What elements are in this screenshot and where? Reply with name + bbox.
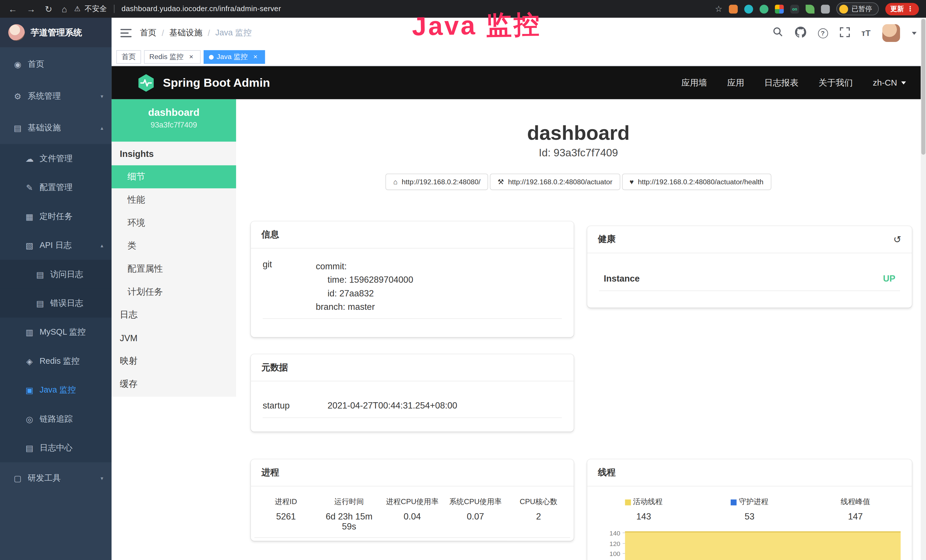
sidebar-menu-item[interactable]: ◈ Redis 监控 <box>0 347 112 375</box>
help-icon[interactable]: ? <box>818 28 828 38</box>
log-center-icon: ▤ <box>23 443 37 453</box>
sba-menu-item[interactable]: 配置属性 <box>112 257 236 280</box>
instance-link[interactable]: ⌂ http://192.168.0.2:48080/ <box>386 173 488 190</box>
chevron-icon: ▴ <box>101 242 103 248</box>
view-tab[interactable]: Redis 监控 × <box>144 50 201 64</box>
view-tab[interactable]: Java 监控 × <box>204 50 265 64</box>
instance-link[interactable]: ⚒ http://192.168.0.2:48080/actuator <box>490 173 620 190</box>
sba-menu-item[interactable]: 映射 <box>112 350 236 372</box>
app-logo[interactable]: 芋道管理系统 <box>0 18 112 47</box>
sba-menu-item[interactable]: 细节 <box>112 165 236 188</box>
sba-nav-link[interactable]: 日志报表 <box>764 77 799 88</box>
sba-menu-item[interactable]: JVM <box>112 326 236 350</box>
sidebar-menu-item[interactable]: ▤ 基础设施 ▴ <box>0 112 112 144</box>
bookmark-star-icon[interactable]: ☆ <box>715 4 722 14</box>
sidebar-menu-item[interactable]: ▧ API 日志 ▴ <box>0 231 112 260</box>
chevron-down-icon <box>901 81 906 84</box>
security-label[interactable]: 不安全 <box>85 4 107 14</box>
sidebar-menu-item[interactable]: ▤ 日志中心 <box>0 433 112 462</box>
home-icon[interactable]: ⌂ <box>62 5 67 14</box>
process-value: 6d 23h 15m 59s <box>318 511 380 531</box>
sba-menu-item[interactable]: 性能 <box>112 188 236 211</box>
instance-header[interactable]: dashboard 93a3fc7f7409 <box>112 99 236 142</box>
chevron-down-icon[interactable] <box>912 32 917 35</box>
metadata-value: 2021-04-27T00:44:31.254+08:00 <box>328 400 457 410</box>
sba-menu-item[interactable]: 环境 <box>112 211 236 235</box>
update-button[interactable]: 更新 ⋮ <box>885 3 919 15</box>
view-tab[interactable]: 首页 <box>117 50 141 64</box>
process-value: 2 <box>507 511 570 531</box>
extension-icon[interactable]: on <box>790 5 799 14</box>
java-monitor-icon: ▣ <box>23 385 37 395</box>
avatar[interactable] <box>882 24 900 42</box>
info-key: git <box>263 259 316 313</box>
sidebar-menu-item[interactable]: ▢ 研发工具 ▾ <box>0 462 112 494</box>
url-text[interactable]: dashboard.yudao.iocoder.cn/infra/admin-s… <box>121 5 281 13</box>
extension-icon[interactable] <box>760 5 768 14</box>
root-menu: 日志 JVM 映射 缓存 <box>112 304 236 396</box>
sba-nav-link[interactable]: 关于我们 <box>819 77 853 88</box>
sba-menu-item[interactable]: 计划任务 <box>112 280 236 304</box>
info-value-line: id: 27aa832 <box>316 286 562 300</box>
search-icon[interactable] <box>772 27 783 40</box>
sidebar-menu-item[interactable]: ◉ 首页 <box>0 48 112 80</box>
sba-menu-item[interactable]: 类 <box>112 235 236 257</box>
address-bar[interactable]: ⚠ 不安全 dashboard.yudao.iocoder.cn/infra/a… <box>74 4 281 14</box>
forward-icon[interactable]: → <box>27 5 35 14</box>
access-log-icon: ▤ <box>33 269 47 279</box>
dashboard-icon: ◉ <box>11 60 25 69</box>
scheduled-jobs-icon: ▦ <box>23 212 37 221</box>
close-icon[interactable]: × <box>251 53 260 61</box>
back-icon[interactable]: ← <box>8 5 17 14</box>
extension-icon[interactable] <box>744 5 753 14</box>
github-icon[interactable] <box>795 26 806 40</box>
error-log-icon: ▤ <box>33 298 47 308</box>
sba-brand[interactable]: Spring Boot Admin <box>112 73 270 92</box>
sidebar-menu-item[interactable]: ▣ Java 监控 <box>0 375 112 404</box>
metadata-key: startup <box>263 400 328 410</box>
detail-main: dashboard Id: 93a3fc7f7409 ⌂ http://192.… <box>236 99 921 560</box>
page-subtitle: Id: 93a3fc7f7409 <box>236 147 921 159</box>
y-tick-label: 100 <box>591 550 625 560</box>
breadcrumb-item[interactable]: Java 监控 <box>215 28 251 38</box>
breadcrumb: 首页 基础设施 Java 监控 <box>140 28 251 38</box>
font-size-icon[interactable]: тT <box>861 28 871 38</box>
y-tick-label: 120 <box>591 540 625 550</box>
app-title: 芋道管理系统 <box>31 27 82 38</box>
process-value: 0.04 <box>381 511 444 531</box>
sidebar-menu-item[interactable]: ✎ 配置管理 <box>0 173 112 202</box>
sba-menu-item[interactable]: 日志 <box>112 304 236 327</box>
sidebar-menu-item[interactable]: ▤ 访问日志 <box>0 260 112 289</box>
breadcrumb-item[interactable]: 基础设施 <box>169 28 203 38</box>
sidebar-menu-item[interactable]: ⚙ 系统管理 ▾ <box>0 80 112 112</box>
sba-nav-link[interactable]: 应用 <box>727 77 744 88</box>
browser-menu-icon[interactable]: ⋮ <box>907 5 914 13</box>
profile-badge[interactable]: 已暂停 <box>836 2 878 15</box>
app-sidebar: 芋道管理系统 ◉ 首页 ⚙ 系统管理 ▾ ▤ 基础设施 <box>0 18 112 560</box>
locale-selector[interactable]: zh-CN <box>873 78 906 87</box>
sidebar-menu-item[interactable]: ☁ 文件管理 <box>0 144 112 173</box>
close-icon[interactable]: × <box>187 53 195 61</box>
card-title: 进程 <box>262 467 279 478</box>
extensions-puzzle-icon[interactable] <box>821 5 830 14</box>
process-column-header: 系统CPU使用率 <box>444 497 507 507</box>
sidebar-menu-item[interactable]: ▥ MySQL 监控 <box>0 318 112 346</box>
breadcrumb-item[interactable]: 首页 <box>140 28 156 38</box>
sidebar-menu-item[interactable]: ▦ 定时任务 <box>0 202 112 231</box>
sidebar-menu-item[interactable]: ▤ 错误日志 <box>0 289 112 318</box>
scrollbar-thumb[interactable] <box>921 19 925 154</box>
dev-tools-icon: ▢ <box>11 474 25 483</box>
sba-nav-link[interactable]: 应用墙 <box>681 77 707 88</box>
sba-menu-item[interactable]: 缓存 <box>112 372 236 396</box>
heart-icon: ♥ <box>629 178 634 186</box>
instance-link[interactable]: ♥ http://192.168.0.2:48080/actuator/heal… <box>622 173 772 190</box>
fullscreen-icon[interactable] <box>840 27 850 39</box>
sba-logo-icon <box>136 73 156 92</box>
history-icon[interactable]: ↺ <box>893 234 901 245</box>
sidebar-menu-item[interactable]: ◎ 链路追踪 <box>0 404 112 433</box>
reload-icon[interactable]: ↻ <box>45 5 52 14</box>
extension-icon[interactable] <box>806 5 814 14</box>
extension-icon[interactable] <box>775 5 784 14</box>
extension-icon[interactable] <box>729 5 738 14</box>
sidebar-toggle-icon[interactable] <box>112 18 140 48</box>
